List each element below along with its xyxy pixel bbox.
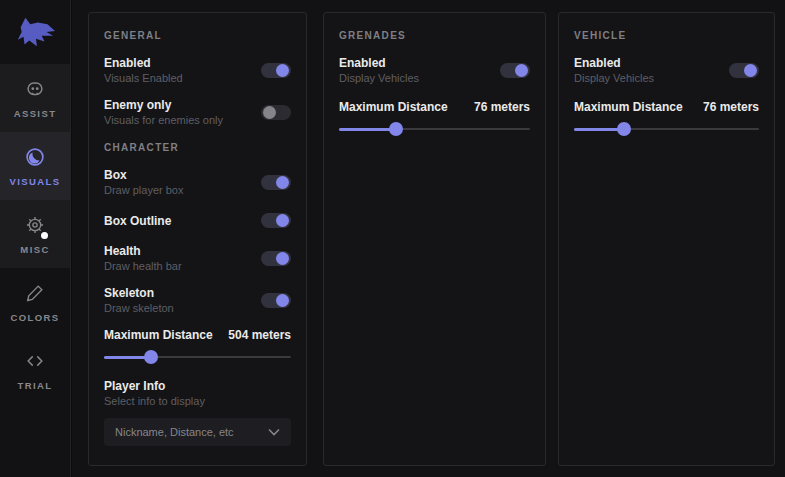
grenades-max-distance-slider[interactable] — [339, 122, 530, 136]
sidebar-item-visuals[interactable]: VISUALS — [0, 132, 70, 200]
setting-subtitle: Display Vehicles — [339, 72, 419, 85]
setting-subtitle: Draw health bar — [104, 260, 182, 273]
setting-subtitle: Display Vehicles — [574, 72, 654, 85]
toggle-skeleton[interactable] — [261, 293, 291, 308]
sidebar-item-label: VISUALS — [10, 176, 61, 187]
section-header-general: GENERAL — [104, 30, 291, 41]
bot-icon — [23, 77, 47, 101]
toggle-visuals-enabled[interactable] — [261, 63, 291, 78]
toggle-enemy-only[interactable] — [261, 105, 291, 120]
panel-character: GENERAL Enabled Visuals Enabled Enemy on… — [88, 12, 307, 466]
setting-subtitle: Visuals Enabled — [104, 72, 183, 85]
sidebar-item-label: MISC — [20, 244, 49, 255]
chevron-down-icon — [268, 428, 280, 436]
setting-title: Enabled — [104, 56, 183, 70]
pen-icon — [23, 281, 47, 305]
setting-row-box: Box Draw player box — [104, 168, 291, 197]
sidebar-item-label: COLORS — [10, 312, 59, 323]
setting-row-grenades-enabled: Enabled Display Vehicles — [339, 56, 530, 85]
setting-row-vehicle-enabled: Enabled Display Vehicles — [574, 56, 759, 85]
setting-row-grenades-max-distance: Maximum Distance 76 meters — [339, 100, 530, 114]
setting-title: Enabled — [574, 56, 654, 70]
setting-title: Maximum Distance — [339, 100, 448, 114]
setting-subtitle: Visuals for enemies only — [104, 114, 223, 127]
sidebar-item-assist[interactable]: ASSIST — [0, 64, 70, 132]
toggle-health[interactable] — [261, 251, 291, 266]
wolf-logo-icon — [14, 14, 56, 50]
setting-title: Maximum Distance — [104, 328, 213, 342]
setting-row-max-distance: Maximum Distance 504 meters — [104, 328, 291, 342]
setting-row-vehicle-max-distance: Maximum Distance 76 meters — [574, 100, 759, 114]
section-header-character: CHARACTER — [104, 142, 291, 153]
main-content: GENERAL Enabled Visuals Enabled Enemy on… — [72, 0, 785, 477]
panel-vehicle: VEHICLE Enabled Display Vehicles Maximum… — [558, 12, 775, 466]
section-header-grenades: GRENADES — [339, 30, 530, 41]
vehicle-max-distance-slider[interactable] — [574, 122, 759, 136]
sidebar: ASSIST VISUALS MISC COLORS — [0, 0, 71, 477]
sidebar-item-misc[interactable]: MISC — [0, 200, 70, 268]
player-info-dropdown[interactable]: Nickname, Distance, etc — [104, 418, 291, 446]
setting-title: Box Outline — [104, 214, 171, 228]
code-icon — [23, 349, 47, 373]
setting-row-skeleton: Skeleton Draw skeleton — [104, 286, 291, 315]
toggle-box-outline[interactable] — [261, 213, 291, 228]
slider-knob[interactable] — [144, 350, 158, 364]
setting-title: Maximum Distance — [574, 100, 683, 114]
max-distance-value: 76 meters — [703, 100, 759, 114]
max-distance-value: 504 meters — [228, 328, 291, 342]
dropdown-selected-value: Nickname, Distance, etc — [115, 426, 234, 438]
section-header-vehicle: VEHICLE — [574, 30, 759, 41]
sidebar-item-colors[interactable]: COLORS — [0, 268, 70, 336]
setting-subtitle: Draw skeleton — [104, 302, 174, 315]
gear-icon — [23, 213, 47, 237]
sidebar-item-label: ASSIST — [14, 108, 57, 119]
setting-title: Player Info — [104, 379, 205, 393]
slider-knob[interactable] — [389, 122, 403, 136]
app-logo — [0, 0, 70, 64]
sidebar-item-trial[interactable]: TRIAL — [0, 336, 70, 404]
setting-row-player-info: Player Info Select info to display — [104, 379, 291, 408]
max-distance-slider[interactable] — [104, 350, 291, 364]
sidebar-item-label: TRIAL — [18, 380, 53, 391]
setting-row-enemy-only: Enemy only Visuals for enemies only — [104, 98, 291, 127]
toggle-grenades-enabled[interactable] — [500, 63, 530, 78]
toggle-vehicle-enabled[interactable] — [729, 63, 759, 78]
slider-knob[interactable] — [617, 122, 631, 136]
panel-grenades: GRENADES Enabled Display Vehicles Maximu… — [323, 12, 546, 466]
setting-row-box-outline: Box Outline — [104, 213, 291, 228]
setting-title: Health — [104, 244, 182, 258]
notification-dot — [41, 232, 48, 239]
setting-title: Enemy only — [104, 98, 223, 112]
setting-title: Box — [104, 168, 183, 182]
setting-subtitle: Select info to display — [104, 395, 205, 408]
setting-row-health: Health Draw health bar — [104, 244, 291, 273]
setting-title: Enabled — [339, 56, 419, 70]
setting-title: Skeleton — [104, 286, 174, 300]
setting-subtitle: Draw player box — [104, 184, 183, 197]
eye-orb-icon — [23, 145, 47, 169]
setting-row-enabled: Enabled Visuals Enabled — [104, 56, 291, 85]
toggle-box[interactable] — [261, 175, 291, 190]
max-distance-value: 76 meters — [474, 100, 530, 114]
